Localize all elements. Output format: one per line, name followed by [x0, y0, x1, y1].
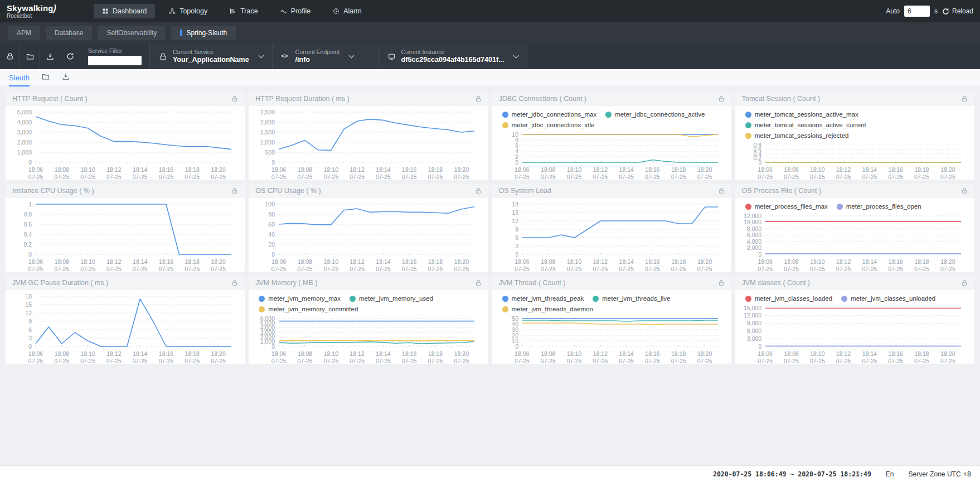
legend-label: meter_jvm_classes_loaded [755, 293, 832, 304]
svg-text:6: 6 [28, 326, 32, 333]
chart-legend: meter_process_files_maxmeter_process_fil… [739, 201, 969, 213]
chart-title: JVM Memory ( MB ) [255, 279, 317, 287]
x-axis-label: 18:2007-25 [211, 350, 226, 364]
lock-icon[interactable] [961, 95, 968, 102]
chart-xaxis: 18:0607-2518:0807-2518:1007-2518:1207-25… [496, 349, 726, 364]
language-switch[interactable]: En [886, 470, 894, 478]
export-group-button[interactable] [62, 73, 70, 86]
chart-card: OS System Load 0369121518 18:0607-2518:0… [492, 184, 731, 272]
x-axis-label: 18:1807-25 [428, 350, 443, 364]
legend-item[interactable]: meter_jvm_memory_committed [259, 304, 358, 315]
chart-canvas: 03,0006,0009,00012,00015,000 [739, 305, 969, 349]
selector-label: Current Endpoint [295, 49, 339, 56]
chart-card: Tomcat Session ( Count ) meter_tomcat_se… [735, 91, 974, 180]
refresh-button[interactable] [60, 44, 80, 69]
current-service-selector[interactable]: Current Service Your_ApplicationName [150, 44, 273, 69]
nav-item-dashboard[interactable]: Dashboard [94, 4, 155, 18]
current-instance-selector[interactable]: Current Instance df5cc29cca094af4b165d74… [379, 44, 528, 69]
x-axis-label: 18:1407-25 [133, 166, 148, 180]
lock-icon[interactable] [475, 187, 482, 194]
legend-item[interactable]: meter_jvm_threads_live [593, 293, 670, 304]
x-axis-label: 18:0807-25 [298, 166, 313, 180]
tab-selfobservability[interactable]: SelfObservability [98, 26, 166, 40]
lock-icon[interactable] [961, 279, 968, 286]
legend-dot [745, 112, 751, 118]
legend-item[interactable]: meter_jvm_classes_unloaded [841, 293, 935, 304]
folder-icon [42, 73, 50, 80]
svg-text:1,000: 1,000 [260, 139, 275, 146]
svg-text:6,000: 6,000 [260, 315, 275, 322]
legend-item[interactable]: meter_jvm_classes_loaded [745, 293, 832, 304]
legend-item[interactable]: meter_tomcat_sessions_rejected [745, 131, 849, 141]
server-zone-value[interactable]: +8 [963, 470, 971, 478]
legend-item[interactable]: meter_process_files_max [745, 201, 828, 212]
chart-title: OS CPU Usage ( % ) [255, 187, 321, 195]
lock-icon[interactable] [718, 279, 725, 286]
service-filter-input[interactable] [88, 56, 142, 65]
x-axis-label: 18:1007-25 [810, 166, 825, 180]
lock-icon[interactable] [231, 279, 238, 286]
svg-text:3: 3 [28, 335, 32, 341]
legend-item[interactable]: meter_jvm_threads_daemon [502, 304, 593, 315]
chart-body: meter_jvm_classes_loadedmeter_jvm_classe… [735, 290, 974, 364]
legend-item[interactable]: meter_jdbc_connections_max [502, 109, 597, 120]
auto-interval-input[interactable] [904, 6, 930, 17]
legend-item[interactable]: meter_tomcat_sessions_active_current [745, 120, 866, 131]
x-axis-label: 18:0607-25 [271, 166, 287, 180]
svg-text:2,000: 2,000 [746, 244, 761, 251]
x-axis-label: 18:1607-25 [402, 350, 417, 364]
svg-text:4,000: 4,000 [746, 238, 761, 245]
download-icon [46, 52, 54, 60]
legend-item[interactable]: meter_jvm_threads_peak [502, 293, 584, 304]
export-button[interactable] [40, 44, 60, 69]
legend-item[interactable]: meter_jdbc_connections_idle [502, 120, 595, 131]
nav-item-alarm[interactable]: Alarm [324, 4, 370, 18]
x-axis-label: 18:0607-25 [515, 258, 530, 272]
x-axis-label: 18:1407-25 [862, 350, 877, 364]
svg-text:15: 15 [25, 301, 32, 308]
lock-icon[interactable] [475, 279, 482, 286]
chart-canvas: 02,0004,0006,0008,00010,00012,000 [739, 213, 969, 257]
legend-item[interactable]: meter_jdbc_connections_active [605, 109, 705, 120]
current-endpoint-selector[interactable]: <> Current Endpoint /info [273, 44, 379, 69]
legend-label: meter_tomcat_sessions_rejected [755, 131, 849, 141]
svg-text:18: 18 [512, 201, 518, 208]
nav-item-topology[interactable]: Topology [161, 4, 216, 18]
x-axis-label: 18:1407-25 [619, 166, 634, 180]
chart-header: OS CPU Usage ( % ) [249, 184, 488, 198]
group-tab-bar: Sleuth [0, 69, 980, 87]
legend-item[interactable]: meter_process_files_open [837, 201, 921, 212]
chart-xaxis: 18:0607-2518:0807-2518:1007-2518:1207-25… [496, 165, 726, 180]
x-axis-label: 18:1207-25 [593, 258, 608, 272]
svg-text:0: 0 [28, 343, 32, 350]
svg-text:1: 1 [28, 201, 32, 208]
x-axis-label: 18:0807-25 [54, 258, 69, 272]
import-group-button[interactable] [42, 73, 50, 86]
x-axis-label: 18:1807-25 [671, 258, 686, 272]
lock-icon[interactable] [718, 187, 725, 194]
svg-text:0: 0 [758, 251, 761, 258]
tab-apm[interactable]: APM [8, 26, 40, 40]
lock-button[interactable] [0, 44, 20, 69]
x-axis-label: 18:2007-25 [940, 258, 955, 272]
legend-dot [593, 296, 599, 302]
lock-icon[interactable] [231, 187, 238, 194]
time-range-picker[interactable]: 2020-07-25 18:06:49 ~ 2020-07-25 18:21:4… [713, 470, 871, 478]
x-axis-label: 18:0607-25 [758, 350, 773, 364]
lock-icon[interactable] [961, 187, 968, 194]
lock-icon[interactable] [718, 95, 725, 102]
legend-item[interactable]: meter_jvm_memory_max [259, 293, 341, 304]
lock-icon[interactable] [231, 95, 238, 102]
reload-button[interactable]: Reload [942, 7, 973, 15]
topology-icon [169, 8, 176, 15]
legend-item[interactable]: meter_jvm_memory_used [350, 293, 433, 304]
legend-item[interactable]: meter_tomcat_sessions_active_max [745, 109, 858, 120]
nav-item-profile[interactable]: Profile [272, 4, 319, 18]
import-button[interactable] [20, 44, 40, 69]
lock-icon[interactable] [475, 95, 482, 102]
tab-sleuth[interactable]: Sleuth [9, 74, 30, 86]
chart-plot: 03,0006,0009,00012,00015,000 [739, 305, 969, 349]
tab-spring-sleuth[interactable]: Spring-Sleuth [171, 26, 236, 40]
nav-item-trace[interactable]: Trace [221, 4, 266, 18]
tab-database[interactable]: Database [46, 26, 92, 40]
